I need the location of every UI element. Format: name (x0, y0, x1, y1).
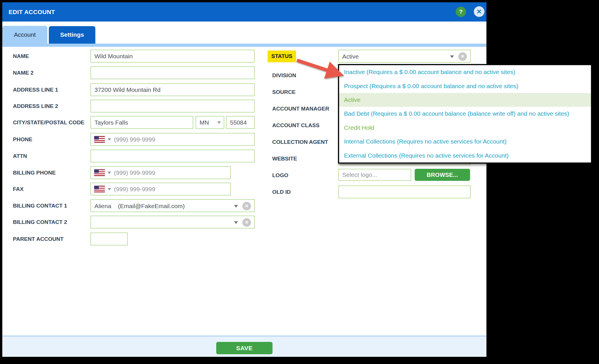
status-option-prospect[interactable]: Prospect (Requires a $ 0.00 account bala… (339, 79, 591, 93)
address2-label: ADDRESS LINE 2 (13, 100, 58, 113)
name-label: NAME (13, 50, 29, 63)
chevron-down-icon (108, 172, 111, 174)
parent-account-input[interactable] (90, 233, 128, 245)
billing-contact1-label: BILLING CONTACT 1 (13, 199, 67, 212)
status-option-credit-hold[interactable]: Credit Hold (339, 121, 591, 135)
screen: EDIT ACCOUNT ? ✕ Account Settings NAME N… (0, 0, 599, 364)
chevron-down-icon (217, 121, 221, 124)
tab-account[interactable]: Account (2, 26, 47, 44)
status-option-active[interactable]: Active (339, 93, 591, 107)
clear-icon[interactable]: ✕ (242, 218, 251, 227)
status-combobox[interactable]: Active ✕ (338, 50, 471, 63)
logo-label: LOGO (272, 169, 288, 182)
edit-account-dialog: EDIT ACCOUNT ? ✕ Account Settings NAME N… (2, 2, 486, 357)
state-select[interactable]: MN (196, 116, 224, 129)
city-state-postal-label: CITY/STATE/POSTAL CODE (13, 116, 84, 129)
save-button[interactable]: SAVE (216, 342, 273, 354)
status-option-external-collections[interactable]: External Collections (Requires no active… (339, 149, 591, 162)
name2-label: NAME 2 (13, 66, 34, 79)
phone-label: PHONE (13, 133, 32, 146)
clear-icon[interactable]: ✕ (458, 52, 467, 61)
status-option-inactive[interactable]: Inactive (Requires a $ 0.00 account bala… (339, 65, 591, 79)
fax-label: FAX (13, 183, 24, 195)
state-value: MN (200, 117, 209, 128)
name-input[interactable] (90, 50, 255, 63)
account-class-label: ACCOUNT CLASS (272, 119, 320, 132)
close-icon[interactable]: ✕ (474, 6, 484, 17)
dialog-footer: SAVE (2, 336, 486, 357)
address1-input[interactable] (90, 83, 255, 96)
address1-label: ADDRESS LINE 1 (13, 83, 58, 96)
billing-contact1-value: Aliena (Email@FakeEmail.com) (94, 200, 185, 212)
chevron-down-icon[interactable] (234, 205, 238, 208)
attn-label: ATTN (13, 150, 27, 162)
attn-input[interactable] (90, 150, 255, 162)
browse-button[interactable]: BROWSE... (415, 169, 470, 181)
chevron-down-icon[interactable] (450, 55, 454, 58)
fax-input[interactable] (114, 183, 230, 195)
account-manager-label: ACCOUNT MANAGER (272, 102, 329, 115)
fax-field[interactable] (90, 183, 231, 195)
billing-contact2-label: BILLING CONTACT 2 (13, 216, 67, 229)
chevron-down-icon (108, 138, 111, 141)
status-value: Active (342, 50, 359, 63)
parent-account-label: PARENT ACCOUNT (13, 233, 63, 245)
tab-settings[interactable]: Settings (49, 26, 95, 44)
billing-phone-field[interactable] (90, 166, 231, 179)
tab-divider-strip (2, 44, 486, 47)
website-label: WEBSITE (272, 152, 297, 165)
billing-contact2-combobox[interactable]: ✕ (90, 216, 255, 229)
old-id-input[interactable] (338, 185, 471, 198)
logo-input[interactable] (338, 169, 411, 181)
status-option-internal-collections[interactable]: Internal Collections (Requires no active… (339, 135, 591, 148)
dialog-title: EDIT ACCOUNT (9, 2, 55, 22)
billing-phone-input[interactable] (114, 167, 230, 179)
chevron-down-icon[interactable] (234, 221, 238, 224)
us-flag-icon (94, 169, 105, 176)
address2-input[interactable] (90, 100, 255, 113)
collection-agent-label: COLLECTION AGENT (272, 135, 328, 148)
name2-input[interactable] (90, 66, 255, 79)
status-label-highlighted: STATUS (268, 51, 296, 62)
phone-input[interactable] (114, 133, 254, 145)
us-flag-icon (94, 186, 105, 192)
phone-field[interactable] (90, 133, 255, 146)
dialog-header: EDIT ACCOUNT ? ✕ (2, 2, 486, 22)
status-option-bad-debt[interactable]: Bad Debt (Requires a $ 0.00 account bala… (339, 107, 591, 121)
postal-input[interactable] (226, 116, 255, 129)
division-label: DIVISION (272, 69, 296, 82)
us-flag-icon (94, 136, 105, 143)
clear-icon[interactable]: ✕ (242, 202, 251, 210)
billing-contact1-combobox[interactable]: Aliena (Email@FakeEmail.com) ✕ (90, 199, 255, 212)
source-label: SOURCE (272, 86, 295, 98)
billing-phone-label: BILLING PHONE (13, 166, 56, 179)
status-dropdown-list: Inactive (Requires a $ 0.00 account bala… (338, 64, 592, 164)
city-input[interactable] (90, 116, 193, 129)
help-icon[interactable]: ? (456, 7, 466, 17)
old-id-label: OLD ID (272, 185, 291, 198)
chevron-down-icon (108, 188, 111, 190)
